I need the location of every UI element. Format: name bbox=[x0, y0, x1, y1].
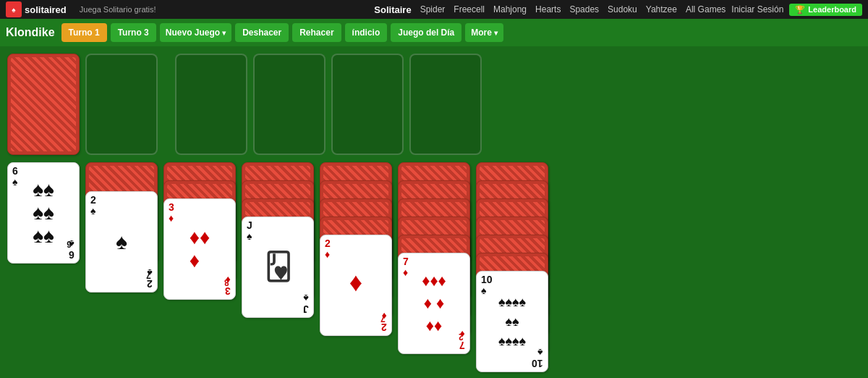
nav-spades[interactable]: Spades bbox=[569, 4, 599, 14]
tableau-col-7: 10♠ ♠♠♠♠♠♠♠♠♠♠ 10♠ bbox=[476, 162, 548, 378]
card-corner-number: 9 bbox=[67, 240, 72, 250]
new-game-button[interactable]: Nuevo Juego bbox=[160, 23, 231, 42]
card-center-suit: ♠♠♠♠♠♠ bbox=[33, 178, 54, 248]
logo[interactable]: ♠ solitaired bbox=[6, 1, 67, 17]
card-rank-top: 2♠ bbox=[90, 195, 96, 217]
card-rank-bottom: 10♠ bbox=[532, 346, 543, 369]
card-rank-top: 7♦ bbox=[403, 256, 409, 279]
tableau-col-3: 3♦ ♦♦♦ 3♦ 8 bbox=[163, 162, 236, 343]
daily-game-button[interactable]: Juego del Día bbox=[391, 23, 461, 42]
card-center-suit: ♠♠♠♠♠♠♠♠♠♠ bbox=[498, 293, 526, 351]
card-jack-spades[interactable]: J♠ 🂻 J♠ bbox=[242, 217, 314, 318]
tableau: 6♠ ♠♠♠♠♠♠ 6♠ 9 2♠ ♠ 2♠ 7 3♦ bbox=[7, 162, 861, 378]
trophy-icon: 🏆 bbox=[795, 5, 805, 14]
leaderboard-label: Leaderboard bbox=[808, 5, 856, 14]
nav-mahjong[interactable]: Mahjong bbox=[493, 4, 527, 14]
nav-freecell[interactable]: Freecell bbox=[454, 4, 485, 14]
card-rank-bottom: J♠ bbox=[303, 292, 309, 314]
card-center-suit: ♦♦♦♦ ♦♦♦ bbox=[422, 270, 446, 337]
card-rank-top: 2♦ bbox=[325, 238, 331, 261]
foundation-2 bbox=[253, 54, 326, 155]
top-navigation: ♠ solitaired Juega Solitario gratis! Sol… bbox=[0, 0, 868, 19]
tableau-col-4: J♠ 🂻 J♠ bbox=[242, 162, 314, 372]
card-corner-8: 8 bbox=[224, 277, 229, 287]
card-rank-top: 6♠ bbox=[12, 166, 18, 188]
foundation-1 bbox=[175, 54, 247, 155]
tableau-col-6: 7♦ ♦♦♦♦ ♦♦♦ 7♦ 2 bbox=[398, 162, 470, 378]
foundation-4 bbox=[409, 54, 482, 155]
leaderboard-button[interactable]: 🏆 Leaderboard bbox=[789, 4, 862, 16]
logo-icon: ♠ bbox=[6, 1, 22, 17]
foundation-slot-4 bbox=[409, 54, 482, 155]
foundation-slot-3 bbox=[331, 54, 404, 155]
card-3-diamonds[interactable]: 3♦ ♦♦♦ 3♦ 8 bbox=[163, 198, 236, 300]
turn3-button[interactable]: Turno 3 bbox=[111, 23, 156, 42]
card-center-suit: ♦♦♦ bbox=[190, 226, 210, 272]
card-center-suit: ♠ bbox=[116, 230, 127, 254]
hint-button[interactable]: índicio bbox=[345, 23, 388, 42]
waste-slot bbox=[85, 54, 158, 155]
signin-button[interactable]: Iniciar Sesión bbox=[731, 4, 783, 14]
card-center-suit: ♦ bbox=[349, 267, 362, 298]
logo-text: solitaired bbox=[25, 4, 67, 15]
card-corner-2: 2 bbox=[459, 332, 464, 342]
nav-solitaire[interactable]: Solitaire bbox=[374, 4, 411, 15]
redo-button[interactable]: Rehacer bbox=[292, 23, 341, 42]
nav-links: Solitaire Spider Freecell Mahjong Hearts… bbox=[374, 4, 726, 15]
foundation-slot-1 bbox=[175, 54, 247, 155]
stock-card[interactable] bbox=[7, 54, 80, 155]
nav-sudoku[interactable]: Sudoku bbox=[608, 4, 637, 14]
card-corner-7b: 7 bbox=[380, 314, 386, 324]
foundation-slot-2 bbox=[253, 54, 326, 155]
nav-spider[interactable]: Spider bbox=[420, 4, 446, 14]
foundation-3 bbox=[331, 54, 404, 155]
card-rank-top: 3♦ bbox=[169, 202, 174, 224]
card-2-spades[interactable]: 2♠ ♠ 2♠ 7 bbox=[85, 191, 158, 293]
nav-yahtzee[interactable]: Yahtzee bbox=[646, 4, 677, 14]
more-button[interactable]: More bbox=[465, 23, 503, 42]
card-6-spades[interactable]: 6♠ ♠♠♠♠♠♠ 6♠ 9 bbox=[7, 162, 80, 264]
waste-pile bbox=[85, 54, 158, 155]
top-row bbox=[7, 54, 861, 155]
tagline: Juega Solitario gratis! bbox=[80, 5, 156, 14]
stock-pile[interactable] bbox=[7, 54, 80, 155]
nav-all-games[interactable]: All Games bbox=[686, 4, 726, 14]
tableau-col-2: 2♠ ♠ 2♠ 7 bbox=[85, 162, 158, 314]
card-corner-7: 7 bbox=[146, 270, 151, 280]
tableau-col-1: 6♠ ♠♠♠♠♠♠ 6♠ 9 bbox=[7, 162, 80, 278]
card-2-diamonds[interactable]: 2♦ ♦ 2♦ 7 bbox=[320, 235, 392, 336]
nav-hearts[interactable]: Hearts bbox=[535, 4, 561, 14]
card-rank-top: 10♠ bbox=[481, 274, 493, 297]
game-toolbar: Klondike Turno 1 Turno 3 Nuevo Juego Des… bbox=[0, 19, 868, 46]
card-7-diamonds[interactable]: 7♦ ♦♦♦♦ ♦♦♦ 7♦ 2 bbox=[398, 253, 470, 354]
game-title: Klondike bbox=[6, 26, 55, 39]
card-10-spades[interactable]: 10♠ ♠♠♠♠♠♠♠♠♠♠ 10♠ bbox=[476, 271, 548, 372]
game-area: 6♠ ♠♠♠♠♠♠ 6♠ 9 2♠ ♠ 2♠ 7 3♦ bbox=[0, 46, 868, 378]
undo-button[interactable]: Deshacer bbox=[235, 23, 289, 42]
tableau-col-5: 2♦ ♦ 2♦ 7 bbox=[320, 162, 392, 378]
turn1-button[interactable]: Turno 1 bbox=[61, 23, 107, 42]
